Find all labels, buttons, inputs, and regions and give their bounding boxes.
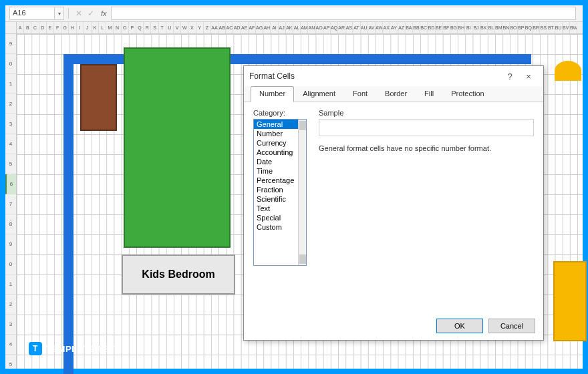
column-header[interactable]: T: [159, 22, 166, 33]
cancel-formula-icon[interactable]: ✕: [73, 9, 85, 18]
column-header[interactable]: BC: [420, 22, 428, 33]
column-header[interactable]: AS: [345, 22, 353, 33]
dialog-titlebar[interactable]: Format Cells ? ×: [244, 66, 543, 86]
column-header[interactable]: BQ: [525, 22, 533, 33]
column-header[interactable]: M: [106, 22, 114, 33]
column-header[interactable]: O: [122, 22, 129, 33]
column-header[interactable]: Y: [196, 22, 204, 33]
column-header[interactable]: AJ: [279, 22, 286, 33]
column-header[interactable]: J: [84, 22, 92, 33]
close-button[interactable]: ×: [519, 71, 538, 81]
column-header[interactable]: AM: [301, 22, 308, 33]
column-header[interactable]: AP: [323, 22, 331, 33]
row-header[interactable]: 4: [5, 134, 16, 154]
column-header[interactable]: A: [17, 22, 24, 33]
column-header[interactable]: I: [77, 22, 84, 33]
row-header[interactable]: 7: [5, 194, 16, 214]
column-header[interactable]: F: [54, 22, 61, 33]
scrollbar[interactable]: [298, 120, 306, 265]
column-header[interactable]: AQ: [331, 22, 338, 33]
column-header[interactable]: AH: [263, 22, 271, 33]
column-header[interactable]: AT: [353, 22, 360, 33]
column-header[interactable]: V: [174, 22, 181, 33]
column-header[interactable]: BJ: [472, 22, 480, 33]
column-header[interactable]: BK: [480, 22, 488, 33]
column-header[interactable]: BA: [406, 22, 413, 33]
column-header[interactable]: BI: [465, 22, 472, 33]
column-header[interactable]: AD: [233, 22, 241, 33]
row-header[interactable]: 8: [5, 214, 16, 234]
fx-icon[interactable]: fx: [101, 9, 107, 17]
column-header[interactable]: BV: [563, 22, 570, 33]
column-header[interactable]: BS: [540, 22, 547, 33]
row-header[interactable]: 4: [5, 335, 16, 355]
column-header[interactable]: AZ: [398, 22, 406, 33]
tab-number[interactable]: Number: [251, 86, 294, 102]
category-list[interactable]: GeneralNumberCurrencyAccountingDateTimeP…: [253, 119, 307, 266]
column-header[interactable]: L: [99, 22, 106, 33]
row-header[interactable]: 5: [5, 355, 16, 374]
scroll-down-icon[interactable]: [299, 254, 306, 264]
row-header[interactable]: 3: [5, 315, 16, 335]
column-header[interactable]: AO: [316, 22, 323, 33]
column-header[interactable]: AC: [226, 22, 233, 33]
row-header[interactable]: 5: [5, 154, 16, 174]
column-header[interactable]: K: [92, 22, 99, 33]
column-header[interactable]: BL: [488, 22, 495, 33]
row-header[interactable]: 9: [5, 34, 16, 54]
row-header[interactable]: 0: [5, 254, 16, 274]
column-header[interactable]: P: [129, 22, 136, 33]
column-header[interactable]: BE: [436, 22, 443, 33]
cancel-button[interactable]: Cancel: [488, 319, 535, 333]
column-header[interactable]: AR: [338, 22, 345, 33]
column-header[interactable]: AF: [249, 22, 256, 33]
column-header[interactable]: G: [61, 22, 69, 33]
column-header[interactable]: AI: [271, 22, 278, 33]
ok-button[interactable]: OK: [436, 319, 483, 333]
column-header[interactable]: BD: [428, 22, 435, 33]
column-header[interactable]: BG: [450, 22, 458, 33]
tab-border[interactable]: Border: [376, 86, 416, 102]
column-header[interactable]: E: [47, 22, 54, 33]
column-header[interactable]: S: [151, 22, 158, 33]
column-header[interactable]: BU: [555, 22, 563, 33]
column-header[interactable]: X: [188, 22, 196, 33]
row-header[interactable]: 2: [5, 295, 16, 315]
help-button[interactable]: ?: [500, 71, 519, 81]
row-header[interactable]: 1: [5, 74, 16, 94]
column-header[interactable]: BF: [443, 22, 450, 33]
column-header[interactable]: BO: [510, 22, 517, 33]
enter-formula-icon[interactable]: ✓: [85, 9, 97, 18]
row-header[interactable]: 0: [5, 54, 16, 74]
column-header[interactable]: AU: [361, 22, 368, 33]
column-header[interactable]: AK: [286, 22, 293, 33]
scroll-up-icon[interactable]: [299, 121, 306, 130]
column-header[interactable]: AL: [293, 22, 301, 33]
column-header[interactable]: B: [24, 22, 31, 33]
column-header[interactable]: R: [144, 22, 151, 33]
tab-font[interactable]: Font: [344, 86, 376, 102]
formula-bar[interactable]: [111, 7, 576, 20]
column-header[interactable]: AE: [241, 22, 249, 33]
column-header[interactable]: W: [181, 22, 188, 33]
row-header[interactable]: 3: [5, 114, 16, 134]
column-header[interactable]: AN: [308, 22, 315, 33]
column-header[interactable]: BW: [570, 22, 577, 33]
column-header[interactable]: H: [69, 22, 76, 33]
column-header[interactable]: AX: [383, 22, 390, 33]
column-header[interactable]: AG: [256, 22, 263, 33]
column-header[interactable]: BN: [502, 22, 510, 33]
tab-fill[interactable]: Fill: [416, 86, 442, 102]
tab-alignment[interactable]: Alignment: [294, 86, 344, 102]
column-header[interactable]: AA: [211, 22, 218, 33]
column-header[interactable]: AY: [390, 22, 398, 33]
column-header[interactable]: BB: [413, 22, 420, 33]
column-header[interactable]: AW: [376, 22, 383, 33]
row-header[interactable]: 6: [5, 174, 16, 194]
column-header[interactable]: AV: [368, 22, 376, 33]
column-header[interactable]: U: [166, 22, 174, 33]
row-header[interactable]: 2: [5, 94, 16, 114]
column-header[interactable]: Z: [204, 22, 211, 33]
column-header[interactable]: BP: [518, 22, 525, 33]
column-header[interactable]: D: [39, 22, 47, 33]
